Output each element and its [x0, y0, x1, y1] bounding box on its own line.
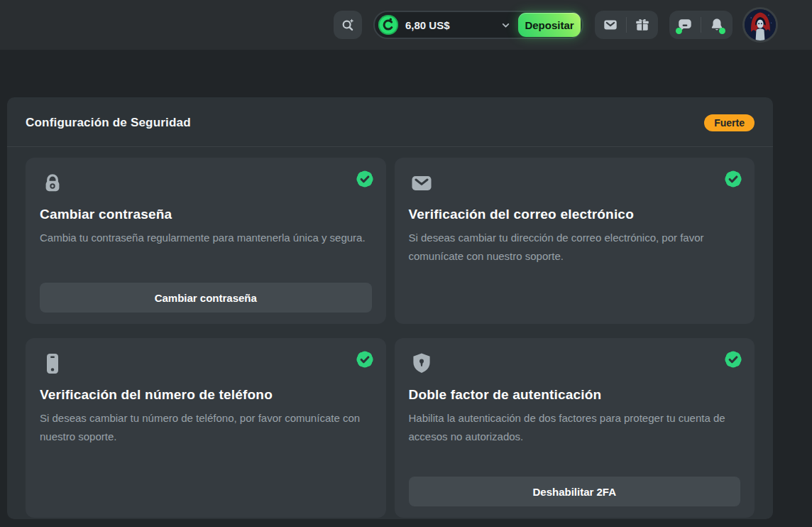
phone-icon: [40, 351, 65, 376]
card-email-verification: Verificación del correo electrónico Si d…: [395, 158, 755, 324]
deposit-button[interactable]: Depositar: [518, 13, 581, 37]
panel-header: Configuración de Seguridad Fuerte: [7, 97, 773, 147]
screen: 6,80 US$ Depositar: [0, 0, 812, 527]
envelope-icon: [409, 170, 434, 196]
card-title: Verificación del correo electrónico: [409, 207, 741, 222]
search-button[interactable]: [334, 11, 362, 39]
card-description: Habilita la autenticación de dos factore…: [409, 409, 741, 446]
user-avatar[interactable]: [742, 7, 778, 43]
mail-icon: [603, 17, 618, 33]
card-two-factor-auth: Doble factor de autenticación Habilita l…: [395, 338, 755, 518]
mail-gift-group: [595, 11, 658, 39]
wallet-balance-selector[interactable]: 6,80 US$ Depositar: [373, 11, 583, 39]
gift-icon: [635, 17, 650, 33]
verified-check-badge: [723, 169, 743, 189]
card-description: Cambia tu contraseña regularmente para m…: [40, 229, 372, 247]
top-bar: 6,80 US$ Depositar: [0, 0, 812, 50]
chevron-down-icon: [500, 20, 511, 31]
chat-button[interactable]: [669, 11, 701, 39]
card-description: Si deseas cambiar tu número de teléfono,…: [40, 409, 372, 446]
password-strength-badge: Fuerte: [704, 114, 755, 131]
security-cards-grid: Cambiar contraseña Cambia tu contraseña …: [7, 147, 773, 518]
lock-icon: [40, 170, 65, 196]
wallet-balance: 6,80 US$: [405, 19, 450, 31]
verified-check-badge: [355, 169, 375, 189]
card-phone-verification: Verificación del número de teléfono Si d…: [26, 338, 386, 518]
gift-button[interactable]: [627, 11, 658, 39]
change-password-button[interactable]: Cambiar contraseña: [40, 283, 372, 313]
search-sparkle-icon: [340, 17, 356, 33]
verified-check-badge: [723, 349, 743, 369]
page-title: Configuración de Seguridad: [26, 116, 191, 130]
verified-check-badge: [355, 349, 375, 369]
bell-notification-dot: [719, 28, 725, 34]
card-title: Cambiar contraseña: [40, 207, 372, 222]
card-change-password: Cambiar contraseña Cambia tu contraseña …: [26, 158, 386, 324]
notifications-button[interactable]: [701, 11, 733, 39]
card-title: Verificación del número de teléfono: [40, 387, 372, 403]
security-settings-panel: Configuración de Seguridad Fuerte: [7, 97, 773, 519]
card-title: Doble factor de autenticación: [409, 387, 741, 403]
disable-2fa-button[interactable]: Deshabilitar 2FA: [409, 477, 741, 506]
chat-bell-group: [669, 11, 733, 39]
coin-icon: [378, 14, 399, 36]
card-description: Si deseas cambiar tu dirección de correo…: [409, 229, 741, 266]
mail-button[interactable]: [595, 11, 626, 39]
chat-online-dot: [676, 28, 682, 34]
shield-icon: [409, 351, 434, 376]
